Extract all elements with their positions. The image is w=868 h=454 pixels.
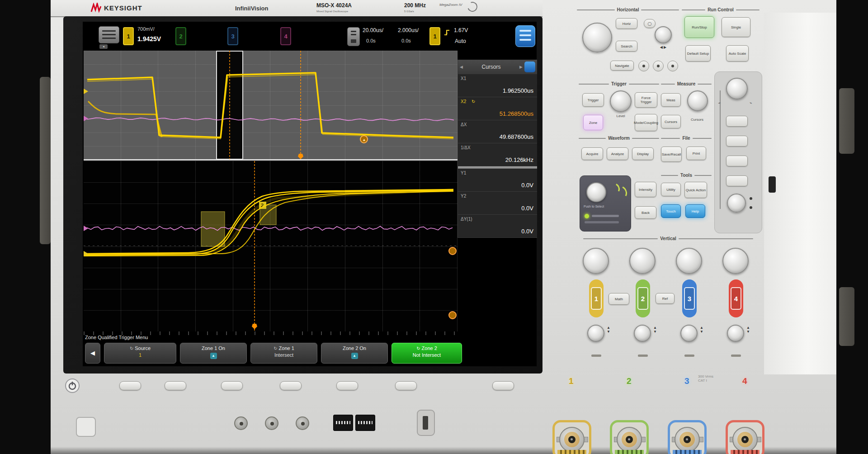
zone-trigger-button[interactable]: Zone — [583, 115, 603, 130]
probe-comp-terminal-2[interactable] — [265, 416, 278, 430]
delay-main: 0.0s — [366, 38, 376, 43]
save-recall-button[interactable]: Save/Recall — [661, 147, 682, 162]
menu-zone2-mode-button[interactable]: ↻Zone 2 Not Intersect — [392, 343, 462, 364]
strip-softkey-4[interactable] — [726, 175, 748, 186]
ch2-color-strip — [615, 450, 644, 454]
zoom-button[interactable]: ◯ — [644, 19, 656, 28]
zoom-waveform-window[interactable]: 2 — [84, 161, 458, 331]
print-button[interactable]: Print — [686, 147, 706, 160]
trigger-button[interactable]: Trigger — [582, 93, 604, 107]
ch3-scale-knob[interactable] — [676, 248, 702, 274]
math-button[interactable]: Math — [609, 293, 629, 305]
menu-source-button[interactable]: ↻Source 1 — [104, 343, 176, 364]
softkey-4[interactable] — [280, 381, 302, 390]
channel2-badge[interactable]: 2 — [175, 27, 186, 45]
ch4-position-knob[interactable] — [727, 325, 744, 342]
utility-button[interactable]: Utility — [661, 183, 681, 196]
cursors-button[interactable]: Cursors — [661, 115, 681, 128]
ch2-position-knob[interactable] — [634, 325, 651, 342]
nav-play-button[interactable] — [653, 61, 664, 71]
analyze-button[interactable]: Analyze — [607, 147, 628, 160]
nav-next-button[interactable] — [667, 61, 678, 71]
quick-action-button[interactable]: Quick Action — [684, 182, 707, 198]
channel4-button[interactable]: 4 — [729, 279, 743, 317]
window-divider[interactable] — [84, 159, 458, 161]
softkey-6[interactable] — [395, 381, 417, 390]
touch-sidebar-icon[interactable] — [515, 25, 535, 47]
power-button[interactable] — [65, 378, 80, 393]
main-waveform-window[interactable]: ▲ — [84, 51, 458, 160]
panel-marking — [684, 355, 694, 357]
usb-port[interactable] — [417, 410, 435, 436]
cursors-knob[interactable] — [687, 90, 708, 111]
back-button[interactable]: Back — [635, 206, 656, 219]
multiplex-knob-bottom[interactable] — [727, 194, 746, 213]
display-button[interactable]: Display — [632, 147, 654, 160]
channel3-badge[interactable]: 3 — [227, 27, 238, 45]
cal-button[interactable] — [76, 417, 96, 437]
panel-next-icon[interactable]: ▶ — [519, 65, 523, 69]
cursor-row-dx[interactable]: ΔX49.687600us — [458, 120, 537, 143]
panel-menu-icon[interactable] — [524, 61, 535, 72]
search-button[interactable]: Search — [616, 41, 637, 52]
channel4-badge[interactable]: 4 — [280, 27, 291, 45]
nav-prev-button[interactable] — [638, 61, 649, 71]
strip-softkey-3[interactable] — [726, 156, 748, 166]
navigate-button[interactable]: Navigate — [610, 61, 634, 71]
ref-button[interactable]: Ref — [656, 293, 675, 304]
digital-pod-connector-2[interactable] — [355, 415, 375, 431]
ch2-scale-knob[interactable] — [629, 248, 656, 274]
horiz-button[interactable]: Horiz — [616, 18, 637, 29]
digital-pod-connector-1[interactable] — [333, 415, 353, 431]
cursor-row-dy[interactable]: ΔY(1)0.0V — [458, 215, 537, 238]
acquire-button[interactable]: Acquire — [581, 147, 603, 160]
ch1-scale-knob[interactable] — [583, 248, 609, 274]
menu-sidebar-icon[interactable] — [99, 26, 119, 43]
channel1-badge[interactable]: 1 — [123, 27, 134, 45]
horizontal-scale-knob[interactable] — [582, 23, 612, 52]
softkey-5[interactable] — [336, 381, 358, 390]
cursor-row-1dx[interactable]: 1/ΔX20.126kHz — [458, 143, 537, 166]
ch4-scale-knob[interactable] — [722, 248, 749, 274]
panel-prev-icon[interactable]: ◀ — [460, 65, 463, 69]
help-button[interactable]: Help — [685, 204, 705, 218]
run-stop-button[interactable]: Run/Stop — [684, 16, 714, 38]
channel1-button[interactable]: 1 — [589, 279, 604, 317]
ch3-position-knob[interactable] — [680, 325, 698, 342]
intensity-button[interactable]: Intensity — [635, 182, 656, 197]
trigger-level-knob[interactable] — [610, 90, 632, 112]
default-setup-button[interactable]: Default Setup — [685, 45, 711, 61]
softkey-1[interactable] — [119, 381, 141, 390]
back-mini-icon[interactable]: ◂ — [99, 44, 108, 49]
meas-button[interactable]: Meas — [661, 93, 681, 107]
menu-onoff-button[interactable] — [492, 381, 514, 390]
auto-scale-button[interactable]: Auto Scale — [726, 45, 749, 61]
menu-zone2-on-button[interactable]: Zone 2 On▲ — [321, 343, 388, 364]
menu-zone1-on-button[interactable]: Zone 1 On▲ — [180, 343, 247, 364]
single-button[interactable]: Single — [722, 17, 750, 37]
channel2-button[interactable]: 2 — [636, 279, 650, 317]
force-trigger-button[interactable]: Force Trigger — [635, 92, 657, 108]
ground-terminal[interactable] — [296, 416, 309, 430]
cursor-row-y1[interactable]: Y10.0V — [458, 169, 537, 192]
trigger-source-badge[interactable]: 1 — [429, 27, 440, 45]
softkey-3[interactable] — [221, 381, 243, 390]
entry-knob[interactable] — [586, 182, 606, 202]
cursor-panel-header[interactable]: ◀ Cursors ▶ — [458, 60, 537, 74]
cursor-row-y2[interactable]: Y20.0V — [458, 192, 537, 215]
softkey-2[interactable] — [165, 381, 186, 390]
touch-button[interactable]: Touch — [661, 204, 681, 218]
strip-softkey-1[interactable] — [726, 116, 748, 127]
ch1-position-knob[interactable] — [587, 325, 604, 342]
mode-coupling-button[interactable]: Mode/Coupling — [635, 114, 657, 131]
menu-zone1-mode-button[interactable]: ↻Zone 1 Intersect — [250, 343, 317, 364]
timebase-icon[interactable] — [347, 27, 360, 46]
cursor-row-x2[interactable]: X2 ↻ 51.268500us — [458, 97, 537, 120]
horizontal-delay-knob[interactable] — [655, 26, 672, 43]
menu-back-button[interactable]: ◀ — [85, 343, 100, 364]
strip-softkey-2[interactable] — [726, 136, 748, 147]
cursor-row-x1[interactable]: X11.962500us — [458, 74, 537, 97]
channel3-button[interactable]: 3 — [682, 279, 697, 317]
multiplex-knob-top[interactable] — [726, 78, 748, 99]
probe-comp-terminal-1[interactable] — [234, 416, 248, 430]
